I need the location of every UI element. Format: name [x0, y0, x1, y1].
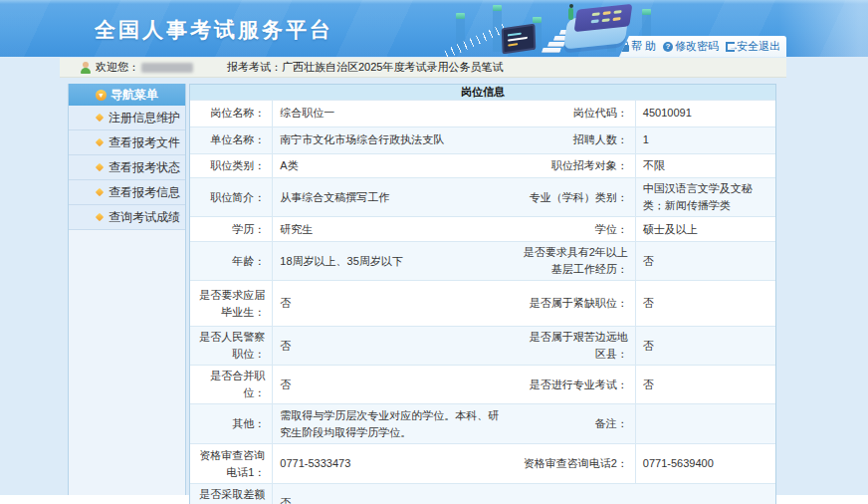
field-value: 不限: [635, 153, 775, 177]
field-value: 18周岁以上、35周岁以下: [272, 241, 512, 280]
field-label: 职位招考对象：: [512, 153, 634, 177]
logout-label: 安全退出: [737, 39, 780, 54]
table-row: 职位简介：从事综合文稿撰写工作专业（学科）类别：中国汉语言文学及文秘类；新闻传播…: [190, 177, 775, 216]
field-value: 1: [635, 126, 775, 153]
sidebar-item-label: 查看报考状态: [108, 159, 180, 176]
sidebar: ▼ 导航菜单 注册信息维护查看报考文件查看报考状态查看报考信息查询考试成绩: [68, 84, 186, 495]
question-icon: ?: [663, 42, 673, 52]
sidebar-item-1[interactable]: 查看报考文件: [69, 130, 185, 155]
field-label: 是否进行专业考试：: [512, 365, 634, 403]
monitor-graphic: [502, 24, 537, 55]
content-panel: 岗位信息 岗位名称：综合职位一岗位代码：45010091单位名称：南宁市文化市场…: [189, 84, 776, 495]
change-password-link[interactable]: ? 修改密码: [663, 39, 719, 54]
sidebar-item-label: 注册信息维护: [108, 110, 180, 126]
chevron-down-icon: ▼: [96, 90, 107, 101]
help-link-label: 帮 助: [631, 39, 656, 54]
sidebar-title: 导航菜单: [110, 87, 158, 104]
field-value: [635, 403, 775, 443]
sidebar-item-3[interactable]: 查看报考信息: [69, 180, 185, 205]
table-row: 是否人民警察职位：否是否属于艰苦边远地区县：否: [190, 326, 775, 365]
sidebar-header: ▼ 导航菜单: [69, 84, 185, 106]
field-label: 是否要求应届毕业生：: [190, 280, 272, 326]
table-row: 是否采取差额考察：否: [190, 483, 775, 504]
sidebar-item-4[interactable]: 查询考试成绩: [69, 205, 185, 230]
bullet-icon: [96, 188, 104, 196]
field-value: 硕士及以上: [635, 216, 775, 241]
sidebar-item-label: 查看报考信息: [108, 184, 180, 201]
field-label: 资格审查咨询电话2：: [512, 443, 634, 483]
utility-bar: 帮 助 ? 修改密码 安全退出: [619, 36, 786, 57]
bullet-icon: [96, 213, 104, 221]
exit-icon: [726, 42, 735, 52]
table-row: 是否合并职位：否是否进行专业考试：否: [190, 365, 775, 403]
logout-link[interactable]: 安全退出: [726, 39, 780, 54]
field-label: 岗位代码：: [512, 100, 634, 126]
field-label: 学位：: [512, 216, 634, 241]
field-label: 是否属于紧缺职位：: [512, 280, 634, 326]
sidebar-item-label: 查看报考文件: [108, 134, 180, 151]
field-label: 年龄：: [190, 241, 272, 280]
bullet-icon: [96, 114, 104, 122]
welcome-greeting: 欢迎您：: [96, 60, 139, 75]
field-label: 招聘人数：: [512, 126, 634, 153]
table-row: 年龄：18周岁以上、35周岁以下是否要求具有2年以上基层工作经历：否: [190, 241, 775, 280]
field-value: 否: [635, 280, 775, 326]
field-value: 0771-5333473: [272, 443, 512, 483]
field-label: 备注：: [512, 403, 634, 443]
table-row: 岗位名称：综合职位一岗位代码：45010091: [190, 100, 775, 126]
sidebar-item-label: 查询考试成绩: [108, 209, 180, 226]
table-row: 职位类别：A类职位招考对象：不限: [190, 153, 775, 177]
field-value: 否: [272, 326, 512, 365]
field-label: 是否属于艰苦边远地区县：: [512, 326, 634, 365]
table-row: 是否要求应届毕业生：否是否属于紧缺职位：否: [190, 280, 775, 326]
table-title: 岗位信息: [190, 85, 775, 100]
field-value: 中国汉语言文学及文秘类；新闻传播学类: [635, 177, 775, 216]
field-value: 0771-5639400: [635, 443, 775, 483]
field-value: 研究生: [272, 216, 512, 241]
field-value: 南宁市文化市场综合行政执法支队: [272, 126, 512, 153]
field-label: 专业（学科）类别：: [512, 177, 634, 216]
field-value: 否: [635, 326, 775, 365]
field-value: 否: [272, 365, 512, 403]
field-label: 学历：: [190, 216, 272, 241]
bullet-icon: [96, 163, 104, 171]
sidebar-item-2[interactable]: 查看报考状态: [69, 155, 185, 180]
welcome-bar: 欢迎您： 报考考试： 广西壮族自治区2025年度考试录用公务员笔试: [60, 58, 786, 78]
field-value: 否: [635, 241, 775, 280]
header-banner: 全国人事考试服务平台 帮 助 ? 修改密码 安: [0, 0, 868, 57]
field-value: 否: [272, 483, 775, 504]
user-name-redacted: [141, 63, 193, 73]
table-row: 其他：需取得与学历层次专业对应的学位。本科、研究生阶段均取得学历学位。备注：: [190, 403, 775, 443]
sidebar-menu: 注册信息维护查看报考文件查看报考状态查看报考信息查询考试成绩: [69, 106, 185, 230]
table-body: 岗位名称：综合职位一岗位代码：45010091单位名称：南宁市文化市场综合行政执…: [190, 100, 775, 504]
person-graphic: [568, 8, 573, 20]
field-label: 其他：: [190, 403, 272, 443]
main-area: ▼ 导航菜单 注册信息维护查看报考文件查看报考状态查看报考信息查询考试成绩 岗位…: [60, 84, 786, 495]
user-avatar-icon: [80, 62, 92, 74]
field-value: 综合职位一: [272, 100, 512, 126]
table-row: 资格审查咨询电话1：0771-5333473资格审查咨询电话2：0771-563…: [190, 443, 775, 483]
change-password-label: 修改密码: [675, 39, 719, 54]
field-value: 否: [272, 280, 512, 326]
table-row: 单位名称：南宁市文化市场综合行政执法支队招聘人数：1: [190, 126, 775, 153]
table-row: 学历：研究生学位：硕士及以上: [190, 216, 775, 241]
field-label: 岗位名称：: [190, 100, 272, 126]
field-label: 单位名称：: [190, 126, 272, 153]
field-value: 需取得与学历层次专业对应的学位。本科、研究生阶段均取得学历学位。: [272, 403, 512, 443]
exam-name: 广西壮族自治区2025年度考试录用公务员笔试: [282, 60, 503, 75]
field-value: A类: [272, 153, 512, 177]
field-label: 是否要求具有2年以上基层工作经历：: [512, 241, 634, 280]
field-label: 职位简介：: [190, 177, 272, 216]
field-label: 是否合并职位：: [190, 365, 272, 403]
field-label: 职位类别：: [190, 153, 272, 177]
bullet-icon: [96, 138, 104, 146]
page-title: 全国人事考试服务平台: [95, 16, 333, 44]
field-label: 是否人民警察职位：: [190, 326, 272, 365]
exam-label: 报考考试：: [227, 60, 282, 75]
job-info-table: 岗位信息 岗位名称：综合职位一岗位代码：45010091单位名称：南宁市文化市场…: [189, 84, 776, 504]
page: 全国人事考试服务平台 帮 助 ? 修改密码 安: [0, 0, 868, 504]
field-label: 资格审查咨询电话1：: [190, 443, 272, 483]
sidebar-item-0[interactable]: 注册信息维护: [69, 106, 185, 130]
field-label: 是否采取差额考察：: [190, 483, 272, 504]
field-value: 否: [635, 365, 775, 403]
